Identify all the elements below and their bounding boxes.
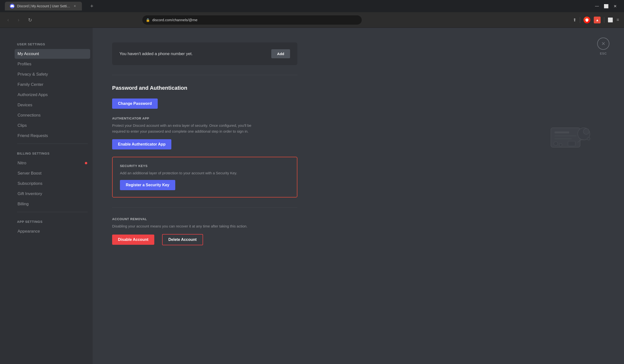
- back-button[interactable]: ‹: [5, 16, 11, 24]
- lock-icon: 🔒: [146, 18, 150, 22]
- add-phone-button[interactable]: Add: [271, 49, 290, 58]
- sidebar-item-gift-inventory[interactable]: Gift Inventory: [15, 189, 90, 199]
- sidebar-item-authorized-apps[interactable]: Authorized Apps: [15, 90, 90, 100]
- window-maximize-button[interactable]: ⬜: [604, 4, 609, 8]
- sidebar-item-family-center[interactable]: Family Center: [15, 80, 90, 89]
- sidebar-item-privacy-safety[interactable]: Privacy & Safety: [15, 70, 90, 79]
- svg-rect-2: [554, 135, 576, 136]
- sidebar-item-connections[interactable]: Connections: [15, 110, 90, 120]
- account-removal-section: ACCOUNT REMOVAL Disabling your account m…: [112, 217, 297, 245]
- authenticator-section: AUTHENTICATOR APP Protect your Discord a…: [112, 117, 297, 150]
- tab-favicon: [10, 4, 15, 8]
- esc-label: ESC: [600, 52, 607, 55]
- sidebar-item-appearance[interactable]: Appearance: [15, 227, 90, 236]
- svg-rect-3: [554, 138, 572, 139]
- delete-account-button[interactable]: Delete Account: [162, 234, 203, 245]
- user-settings-header: USER SETTINGS: [15, 38, 90, 48]
- billing-settings-header: BILLING SETTINGS: [15, 147, 90, 157]
- enable-authenticator-button[interactable]: Enable Authenticator App: [112, 139, 171, 150]
- settings-content: You haven't added a phone number yet. Ad…: [93, 28, 624, 364]
- svg-point-9: [587, 137, 590, 140]
- authenticator-label: AUTHENTICATOR APP: [112, 117, 297, 120]
- window-minimize-button[interactable]: —: [595, 4, 599, 8]
- sidebar-item-billing[interactable]: Billing: [15, 199, 90, 209]
- split-view-button[interactable]: ⬜: [608, 17, 613, 23]
- authenticator-description: Protect your Discord account with an ext…: [112, 123, 254, 134]
- sidebar-item-devices[interactable]: Devices: [15, 100, 90, 110]
- sidebar-item-server-boost[interactable]: Server Boost: [15, 168, 90, 178]
- change-password-button[interactable]: Change Password: [112, 99, 158, 109]
- sidebar-item-profiles[interactable]: Profiles: [15, 59, 90, 69]
- esc-circle-icon: ✕: [597, 38, 609, 50]
- account-removal-description: Disabling your account means you can rec…: [112, 223, 254, 229]
- section-title-password-auth: Password and Authentication: [112, 85, 297, 91]
- phone-placeholder-text: You haven't added a phone number yet.: [119, 52, 193, 56]
- shield-warning-icon[interactable]: ▲: [594, 17, 601, 24]
- address-text: discord.com/channels/@me: [152, 18, 197, 22]
- section-divider-1: [112, 75, 297, 75]
- register-security-key-button[interactable]: Register a Security Key: [120, 180, 175, 190]
- esc-button[interactable]: ✕ ESC: [597, 38, 609, 55]
- nitro-badge: [85, 162, 87, 164]
- sidebar-item-friend-requests[interactable]: Friend Requests: [15, 131, 90, 141]
- tab-title: Discord | My Account | User Setti…: [17, 4, 70, 8]
- phone-section: You haven't added a phone number yet. Ad…: [112, 42, 297, 65]
- sidebar-divider-2: [17, 212, 88, 212]
- svg-point-6: [554, 142, 558, 146]
- brave-shield-icon[interactable]: [584, 17, 590, 24]
- settings-sidebar: USER SETTINGS My Account Profiles Privac…: [0, 28, 93, 364]
- svg-point-5: [583, 129, 589, 134]
- app-settings-header: APP SETTINGS: [15, 215, 90, 226]
- svg-rect-1: [554, 131, 569, 133]
- sidebar-item-clips[interactable]: Clips: [15, 121, 90, 130]
- share-button[interactable]: ⬆: [573, 17, 576, 23]
- menu-button[interactable]: ≡: [616, 17, 619, 23]
- svg-point-7: [559, 143, 562, 146]
- browser-tab-discord[interactable]: Discord | My Account | User Setti… ✕: [5, 2, 82, 10]
- sidebar-item-nitro[interactable]: Nitro: [15, 158, 90, 168]
- disable-account-button[interactable]: Disable Account: [112, 234, 154, 245]
- security-keys-section: SECURITY KEYS Add an additional layer of…: [112, 157, 297, 198]
- address-bar[interactable]: 🔒 discord.com/channels/@me: [142, 15, 362, 25]
- sidebar-item-my-account[interactable]: My Account: [15, 49, 90, 59]
- new-tab-button[interactable]: +: [88, 1, 95, 11]
- security-keys-label: SECURITY KEYS: [120, 164, 289, 168]
- account-removal-label: ACCOUNT REMOVAL: [112, 217, 297, 221]
- reload-button[interactable]: ↻: [26, 16, 35, 24]
- svg-rect-8: [568, 141, 575, 146]
- security-keys-description: Add an additional layer of protection to…: [120, 170, 261, 176]
- forward-button[interactable]: ›: [15, 16, 22, 24]
- sidebar-divider-1: [17, 144, 88, 144]
- section-divider-2: [112, 207, 297, 208]
- sidebar-item-subscriptions[interactable]: Subscriptions: [15, 179, 90, 188]
- illustration-area: [546, 120, 595, 151]
- tab-close-button[interactable]: ✕: [73, 4, 77, 8]
- window-close-button[interactable]: ✕: [614, 4, 617, 8]
